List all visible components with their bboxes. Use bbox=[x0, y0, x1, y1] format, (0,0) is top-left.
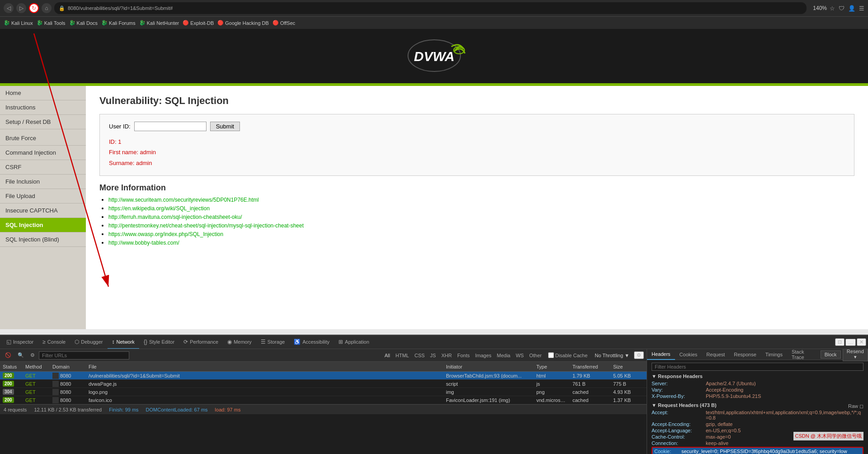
tab-performance[interactable]: ⟳ Performance bbox=[179, 336, 223, 349]
filter-button[interactable]: ⚙ bbox=[28, 351, 37, 359]
cell-type: png bbox=[534, 389, 570, 395]
tab-network[interactable]: ↕ Network bbox=[108, 336, 139, 349]
html-tab[interactable]: HTML bbox=[394, 353, 411, 358]
network-settings-button[interactable]: ⚙ bbox=[634, 351, 644, 359]
cell-size: 5.05 KB bbox=[610, 373, 647, 378]
ws-tab[interactable]: WS bbox=[514, 353, 525, 358]
rp-tab-request[interactable]: Request bbox=[702, 349, 729, 360]
sidebar-item-sql-injection[interactable]: SQL Injection bbox=[0, 218, 86, 232]
table-row[interactable]: 200 GET 8080 /vulnerabilities/sqli/?id=1… bbox=[0, 372, 647, 380]
resend-button[interactable]: Resend ▾ bbox=[843, 349, 868, 361]
sidebar-item-home[interactable]: Home bbox=[0, 86, 86, 100]
link-3[interactable]: http://pentestmonkey.net/cheat-sheet/sql… bbox=[108, 222, 304, 229]
raw-toggle[interactable]: Raw ◻ bbox=[848, 403, 863, 409]
sidebar-item-command-injection[interactable]: Command Injection bbox=[0, 146, 86, 160]
fonts-tab[interactable]: Fonts bbox=[455, 353, 472, 358]
table-row[interactable]: 304 GET 8080 logo.png img png cached 4.9… bbox=[0, 388, 647, 396]
xhr-tab[interactable]: XHR bbox=[440, 353, 454, 358]
home-button[interactable]: ⌂ bbox=[42, 3, 52, 13]
tab-application[interactable]: ⊞ Application bbox=[334, 336, 374, 349]
header-cookie-highlighted[interactable]: Cookie: security_level=0; PHPSESSID=3f6p… bbox=[652, 447, 863, 454]
sidebar-item-file-inclusion[interactable]: File Inclusion bbox=[0, 175, 86, 189]
devtools-expand-button[interactable]: … bbox=[845, 339, 856, 346]
application-icon: ⊞ bbox=[338, 339, 343, 345]
cell-status: 304 bbox=[0, 389, 23, 395]
sidebar-item-brute-force[interactable]: Brute Force bbox=[0, 131, 86, 146]
rp-tab-headers[interactable]: Headers bbox=[647, 349, 675, 360]
js-tab[interactable]: JS bbox=[428, 353, 438, 358]
images-tab[interactable]: Images bbox=[473, 353, 493, 358]
menu-icon[interactable]: ☰ bbox=[859, 5, 864, 12]
bookmark-kali-forums[interactable]: 🐉 Kali Forums bbox=[101, 20, 136, 26]
devtools-close-button[interactable]: ✕ bbox=[857, 338, 866, 346]
request-headers-section: ▼ Request Headers (473 B) Raw ◻ Accept: … bbox=[652, 402, 863, 454]
col-status: Status bbox=[0, 364, 23, 369]
other-tab[interactable]: Other bbox=[527, 353, 544, 358]
bookmark-kali-linux[interactable]: 🐉 Kali Linux bbox=[4, 20, 33, 26]
request-table-header: Status Method Domain File Initiator Type… bbox=[0, 362, 647, 372]
bookmark-kali-nethunter[interactable]: 🐉 Kali NetHunter bbox=[139, 20, 179, 26]
sidebar-item-file-upload[interactable]: File Upload bbox=[0, 189, 86, 203]
tab-accessibility[interactable]: ♿ Accessibility bbox=[289, 336, 334, 349]
block-button[interactable]: Block bbox=[821, 350, 841, 359]
tab-inspector[interactable]: ◱ Inspector bbox=[2, 336, 38, 349]
rp-tab-cookies[interactable]: Cookies bbox=[675, 349, 702, 360]
forward-button[interactable]: ▷ bbox=[16, 3, 26, 13]
response-headers-section: ▼ Response Headers Server: Apache/2.4.7 … bbox=[652, 374, 863, 399]
requests-count: 4 requests bbox=[4, 407, 27, 412]
back-button[interactable]: ◁ bbox=[4, 3, 14, 13]
bookmark-offsec[interactable]: 🔴 OffSec bbox=[272, 20, 295, 26]
address-bar[interactable]: 🔒 8080/vulnerabilities/sqli/?id=1&Submit… bbox=[54, 2, 807, 14]
table-row[interactable]: 200 GET 8080 dvwaPage.js script js 761 B… bbox=[0, 380, 647, 388]
user-id-input[interactable] bbox=[134, 122, 206, 131]
bookmark-google-hacking-db[interactable]: 🔴 Google Hacking DB bbox=[217, 20, 269, 26]
link-0[interactable]: http://www.securiteam.com/securityreview… bbox=[108, 197, 259, 203]
sidebar-item-insecure-captcha[interactable]: Insecure CAPTCHA bbox=[0, 203, 86, 218]
clear-button[interactable]: 🚫 bbox=[3, 351, 14, 359]
link-2[interactable]: http://ferruh.mavituna.com/sql-injection… bbox=[108, 214, 242, 220]
cell-method: GET bbox=[23, 389, 50, 395]
response-headers-title[interactable]: ▼ Response Headers bbox=[652, 374, 863, 379]
sidebar-item-csrf[interactable]: CSRF bbox=[0, 160, 86, 175]
search-button[interactable]: 🔍 bbox=[15, 351, 26, 359]
devtools-dock-button[interactable]: ⊡ bbox=[835, 338, 845, 346]
request-headers-title[interactable]: ▼ Request Headers (473 B) bbox=[652, 402, 717, 408]
cell-type: js bbox=[534, 381, 570, 387]
css-tab[interactable]: CSS bbox=[413, 353, 427, 358]
result-text: ID: 1 First name: admin Surname: admin bbox=[109, 137, 845, 168]
star-icon[interactable]: ☆ bbox=[830, 5, 835, 12]
shield-icon[interactable]: 🛡 bbox=[839, 5, 845, 12]
submit-button[interactable]: Submit bbox=[210, 122, 240, 131]
result-firstname: First name: admin bbox=[109, 147, 845, 157]
cell-domain: 8080 bbox=[50, 373, 86, 379]
sidebar-item-sql-injection-blind[interactable]: SQL Injection (Blind) bbox=[0, 232, 86, 247]
rp-tab-response[interactable]: Response bbox=[729, 349, 761, 360]
bookmark-kali-tools[interactable]: 🐉 Kali Tools bbox=[37, 20, 66, 26]
bookmark-exploit-db[interactable]: 🔴 Exploit-DB bbox=[183, 20, 214, 26]
tab-style-editor[interactable]: {} Style Editor bbox=[139, 336, 179, 349]
rp-tab-timings[interactable]: Timings bbox=[761, 349, 787, 360]
refresh-button[interactable]: ↻ bbox=[29, 3, 39, 13]
filter-headers-input[interactable] bbox=[652, 363, 863, 371]
tab-console[interactable]: ≥ Console bbox=[38, 336, 70, 349]
status-bar: 4 requests 12.11 KB / 2.53 KB transferre… bbox=[0, 404, 647, 414]
sidebar-item-instructions[interactable]: Instructions bbox=[0, 100, 86, 115]
tab-storage[interactable]: ☰ Storage bbox=[256, 336, 290, 349]
tab-debugger[interactable]: ⬡ Debugger bbox=[70, 336, 107, 349]
link-1[interactable]: https://en.wikipedia.org/wiki/SQL_inject… bbox=[108, 205, 210, 212]
media-tab[interactable]: Media bbox=[495, 353, 512, 358]
filter-urls-input[interactable] bbox=[39, 351, 129, 359]
profile-icon[interactable]: 👤 bbox=[848, 5, 855, 12]
disable-cache-checkbox[interactable] bbox=[548, 352, 554, 358]
tab-inspector-label: Inspector bbox=[13, 339, 33, 345]
rp-tab-stack-trace[interactable]: Stack Trace bbox=[787, 349, 821, 360]
link-list: http://www.securiteam.com/securityreview… bbox=[99, 196, 854, 246]
table-row[interactable]: 200 GET 8080 favicon.ico FaviconLoader.j… bbox=[0, 396, 647, 404]
all-tab[interactable]: All bbox=[383, 353, 392, 358]
bookmark-kali-docs[interactable]: 🐉 Kali Docs bbox=[69, 20, 98, 26]
tab-memory[interactable]: ◉ Memory bbox=[223, 336, 256, 349]
sidebar-item-setup[interactable]: Setup / Reset DB bbox=[0, 115, 86, 129]
throttling-dropdown[interactable]: No Throttling ▼ bbox=[592, 353, 632, 358]
link-4[interactable]: https://www.owasp.org/index.php/SQL_Inje… bbox=[108, 231, 223, 237]
link-5[interactable]: http://www.bobby-tables.com/ bbox=[108, 240, 179, 246]
